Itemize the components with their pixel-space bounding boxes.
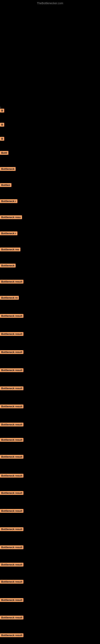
bottleneck-result-label: Bottleneck result — [0, 314, 23, 318]
bottleneck-result-label: Bottl — [0, 151, 8, 155]
bottleneck-result-label: B — [0, 109, 4, 112]
bottleneck-result-label: Bottleneck result — [0, 280, 23, 284]
bottleneck-result-label: Bottleneck result — [0, 422, 23, 426]
bottleneck-result-label: B — [0, 137, 4, 141]
bottleneck-result-label: Bottleneck result — [0, 350, 23, 354]
bottleneck-result-label: Bottleneck result — [0, 546, 23, 549]
bottleneck-result-label: B — [0, 123, 4, 126]
bottleneck-result-label: Bottleneck result — [0, 580, 23, 584]
bottleneck-result-label: Bottleneck result — [0, 386, 23, 390]
bottleneck-result-label: Bottleneck result — [0, 368, 23, 372]
site-title: TheBottlenecker.com — [37, 2, 63, 5]
bottleneck-result-label: Bottleneck result — [0, 404, 23, 408]
bottleneck-result-label: Bottleneck result — [0, 474, 23, 478]
bottleneck-result-label: Bottleneck r — [0, 232, 17, 235]
bottleneck-result-label: Bottlen — [0, 183, 11, 187]
bottleneck-result-label: Bottleneck resu — [0, 215, 22, 219]
bottleneck-result-label: Bottleneck — [0, 167, 16, 171]
bottleneck-result-label: Bottleneck result — [0, 633, 23, 637]
bottleneck-result-label: Bottleneck r — [0, 199, 17, 203]
bottleneck-result-label: Bottleneck result — [0, 438, 23, 442]
bottleneck-result-label: Bottleneck result — [0, 527, 23, 531]
bottleneck-result-label: Bottleneck result — [0, 598, 23, 602]
bottleneck-result-label: Bottleneck result — [0, 491, 23, 495]
bottleneck-result-label: Bottleneck result — [0, 616, 23, 620]
bottleneck-result-label: Bottleneck — [0, 264, 16, 268]
bottleneck-result-label: Bottleneck result — [0, 455, 23, 459]
bottleneck-result-label: Bottleneck result — [0, 509, 23, 513]
bottleneck-result-label: Bottleneck res — [0, 248, 20, 251]
bottleneck-result-label: Bottleneck re — [0, 296, 19, 300]
bottleneck-result-label: Bottleneck result — [0, 332, 23, 336]
bottleneck-result-label: Bottleneck result — [0, 563, 23, 566]
